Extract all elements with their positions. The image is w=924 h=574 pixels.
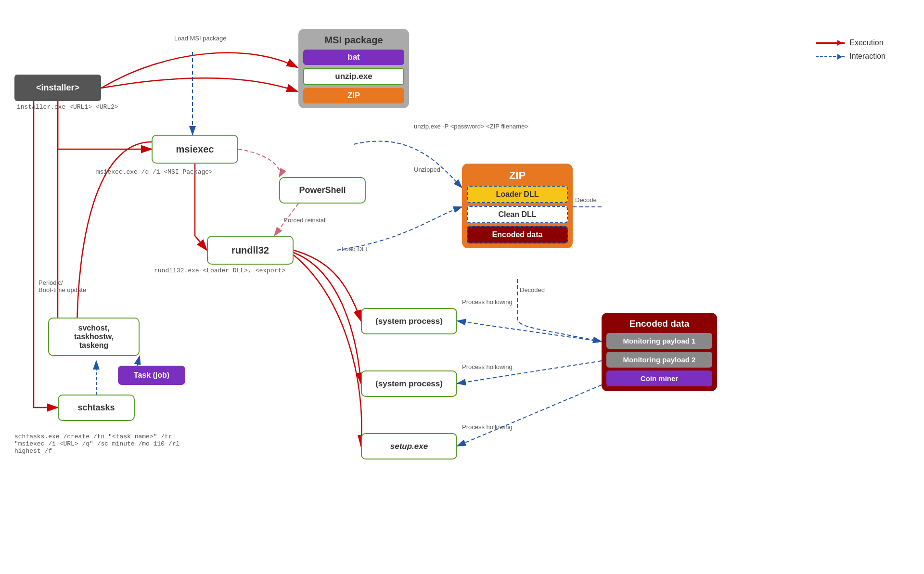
msi-zip-label: ZIP: [303, 88, 404, 103]
zip-container: ZIP Loader DLL Clean DLL Encoded data: [462, 164, 573, 248]
encoded-monitor2: Monitoring payload 2: [606, 352, 712, 368]
encoded-coin-miner: Coin miner: [606, 370, 712, 386]
sys-proc1-node: (system process): [361, 308, 457, 334]
sys-proc2-label: (system process): [375, 379, 443, 389]
schtasks-cmd-label: schtasks.exe /create /tn "<task name>" /…: [14, 433, 180, 455]
schtasks-label: schtasks: [77, 403, 115, 413]
installer-node: <installer>: [14, 75, 101, 101]
legend-interaction-line: [816, 56, 845, 57]
powershell-node: PowerShell: [279, 177, 366, 204]
msiexec-cmd-label: msiexec.exe /q /i <MSI Package>: [96, 168, 213, 176]
sys-proc2-node: (system process): [361, 370, 457, 397]
msi-bat: bat: [303, 50, 404, 65]
zip-clean-dll: Clean DLL: [467, 206, 568, 223]
task-job-label: Task (job): [134, 371, 169, 380]
arrows-svg: Decode: [0, 0, 924, 574]
unzip-cmd-label: unzip.exe -P <password> <ZIP filename>: [414, 123, 528, 130]
powershell-label: PowerShell: [299, 185, 346, 195]
rundll32-label: rundll32: [231, 245, 269, 256]
legend-execution-label: Execution: [849, 38, 883, 47]
unzipped-label: Unzipped: [414, 166, 440, 173]
legend-execution-line: [816, 42, 845, 44]
encoded-container: Encoded data Monitoring payload 1 Monito…: [602, 313, 717, 391]
decoded-label: Decoded: [520, 286, 545, 293]
msi-unzip: unzip.exe: [303, 68, 404, 85]
forced-reinstall-label: Forced reinstall: [284, 217, 327, 224]
periodic-label: Periodic/Boot-time update: [38, 279, 86, 293]
encoded-title: Encoded data: [606, 319, 712, 329]
zip-title: ZIP: [467, 169, 568, 182]
msiexec-node: msiexec: [152, 135, 238, 164]
msi-package-title: MSI package: [303, 35, 404, 46]
legend-interaction: Interaction: [816, 52, 886, 61]
zip-encoded: Encoded data: [467, 226, 568, 243]
svchost-label: svchost, taskhostw, taskeng: [74, 324, 114, 350]
process-hollowing1-label: Process hollowing: [462, 298, 513, 306]
load-msi-label: Load MSI package: [174, 35, 226, 42]
task-job-node: Task (job): [118, 366, 185, 385]
schtasks-node: schtasks: [58, 395, 135, 421]
legend-interaction-label: Interaction: [849, 52, 886, 61]
encoded-monitor1: Monitoring payload 1: [606, 333, 712, 349]
process-hollowing3-label: Process hollowing: [462, 423, 513, 431]
rundll32-cmd-label: rundll32.exe <Loader DLL>, <export>: [154, 267, 285, 274]
process-hollowing2-label: Process hollowing: [462, 363, 513, 370]
legend: Execution Interaction: [816, 38, 886, 65]
msiexec-label: msiexec: [176, 144, 214, 155]
diagram-container: Decode <installer> MSI package bat unzip…: [0, 0, 924, 574]
installer-label: <installer>: [36, 83, 79, 93]
legend-execution: Execution: [816, 38, 886, 47]
zip-loader-dll: Loader DLL: [467, 186, 568, 203]
sys-proc1-label: (system process): [375, 317, 443, 326]
rundll32-node: rundll32: [207, 236, 294, 265]
msi-package-container: MSI package bat unzip.exe ZIP: [298, 29, 409, 108]
load-dll-label: Load DLL: [342, 245, 369, 253]
setup-node: setup.exe: [361, 433, 457, 459]
setup-label: setup.exe: [390, 442, 428, 451]
svg-text:Decode: Decode: [575, 196, 597, 204]
installer-cmd-label: installer.exe <URL1> <URL2>: [17, 103, 118, 111]
svchost-node: svchost, taskhostw, taskeng: [48, 318, 140, 356]
